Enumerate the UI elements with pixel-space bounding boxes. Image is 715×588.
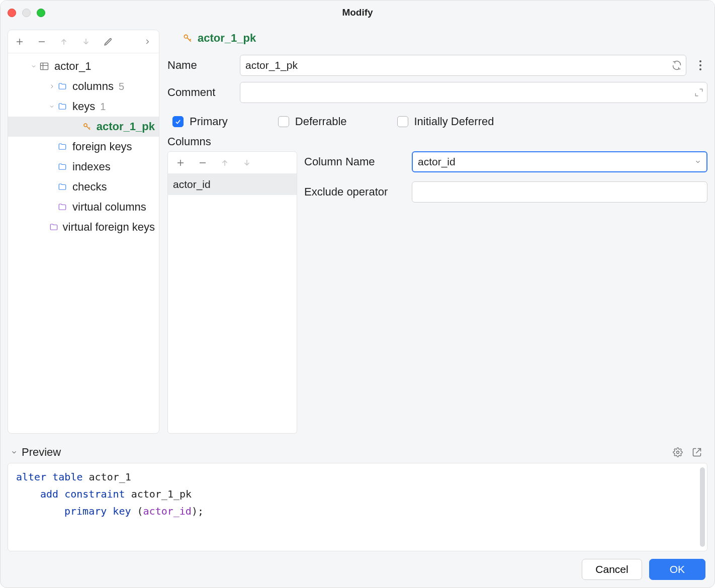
svg-point-11: [184, 35, 188, 38]
folder-icon: [56, 142, 68, 151]
column-list-item-label: actor_id: [173, 178, 211, 190]
detail-header-name: actor_1_pk: [198, 32, 256, 45]
tree-node-table[interactable]: actor_1: [8, 56, 159, 76]
deferrable-label: Deferrable: [295, 115, 347, 128]
tree-node-foreign-keys[interactable]: foreign keys: [8, 137, 159, 157]
expand-toolbar-button[interactable]: [140, 34, 155, 49]
sql-keyword: alter: [16, 471, 46, 483]
tree-node-label: columns: [72, 80, 114, 93]
chevron-down-icon: [29, 62, 38, 71]
svg-rect-5: [41, 63, 48, 69]
tree-node-columns[interactable]: columns 5: [8, 76, 159, 96]
preview-title: Preview: [22, 446, 61, 459]
tree-node-virtual-foreign-keys[interactable]: virtual foreign keys: [8, 217, 159, 237]
tree-node-label: keys: [72, 100, 95, 113]
initially-deferred-checkbox[interactable]: Initially Deferred: [397, 115, 494, 128]
column-name-select[interactable]: actor_id: [412, 151, 707, 172]
primary-label: Primary: [190, 115, 228, 128]
exclude-operator-row: Exclude operator: [304, 181, 707, 203]
tree-node-label: virtual foreign keys: [63, 221, 155, 234]
svg-point-15: [699, 64, 701, 66]
sql-identifier: actor_1_pk: [131, 488, 192, 500]
cancel-button[interactable]: Cancel: [582, 559, 642, 580]
ok-button[interactable]: OK: [649, 559, 705, 580]
svg-point-16: [699, 68, 701, 70]
comment-row: Comment: [167, 79, 707, 106]
tree-node-label: indexes: [72, 160, 111, 173]
exclude-operator-label: Exclude operator: [304, 185, 405, 199]
folder-icon: [56, 182, 68, 191]
sql-keyword: primary: [64, 505, 107, 517]
columns-list-toolbar: [168, 152, 297, 174]
checkbox-icon: [278, 116, 289, 127]
modify-dialog: Modify: [0, 0, 715, 588]
folder-icon: [56, 203, 68, 212]
tree-node-count: 5: [119, 81, 124, 92]
rename-suggest-icon[interactable]: [671, 60, 682, 71]
window-title: Modify: [1, 7, 714, 18]
column-down-button[interactable]: [239, 155, 254, 170]
name-label: Name: [167, 59, 233, 72]
preview-header[interactable]: Preview: [8, 442, 707, 463]
primary-checkbox[interactable]: Primary: [172, 115, 228, 128]
column-name-row: Column Name actor_id: [304, 151, 707, 172]
initially-deferred-label: Initially Deferred: [414, 115, 494, 128]
move-up-button[interactable]: [56, 34, 71, 49]
svg-point-14: [699, 60, 701, 62]
comment-input[interactable]: [240, 82, 707, 103]
sql-keyword: table: [52, 471, 82, 483]
tree-node-virtual-columns[interactable]: virtual columns: [8, 197, 159, 217]
svg-point-8: [84, 124, 87, 127]
tree-node-keys[interactable]: keys 1: [8, 96, 159, 117]
settings-icon[interactable]: [670, 445, 685, 460]
svg-point-22: [677, 451, 679, 454]
tree-node-key-item[interactable]: actor_1_pk: [8, 117, 159, 137]
svg-line-10: [89, 128, 90, 129]
exclude-operator-input[interactable]: [412, 181, 707, 203]
sql-column: actor_id: [143, 505, 192, 517]
tree-node-checks[interactable]: checks: [8, 177, 159, 197]
sql-keyword: add: [40, 488, 58, 500]
key-icon: [183, 33, 193, 43]
chevron-down-icon: [694, 158, 701, 165]
more-actions-button[interactable]: [693, 56, 707, 74]
name-input[interactable]: [240, 55, 686, 76]
tree-node-label: foreign keys: [72, 140, 132, 153]
preview-section: Preview alter table actor_1 add constra: [8, 442, 707, 551]
detail-panel: actor_1_pk Name Comment: [167, 30, 707, 434]
chevron-right-icon: [47, 82, 56, 91]
tree-toolbar: [8, 30, 159, 53]
edit-button[interactable]: [101, 34, 116, 49]
sql-keyword: key: [113, 505, 131, 517]
open-external-icon[interactable]: [689, 445, 704, 460]
folder-icon: [56, 102, 68, 111]
table-icon: [38, 61, 50, 71]
detail-header: actor_1_pk: [167, 30, 707, 52]
titlebar: Modify: [1, 1, 714, 25]
column-up-button[interactable]: [217, 155, 232, 170]
column-list-item[interactable]: actor_id: [168, 174, 297, 195]
remove-column-button[interactable]: [195, 155, 210, 170]
expand-icon[interactable]: [694, 88, 703, 97]
sql-preview[interactable]: alter table actor_1 add constraint actor…: [8, 463, 707, 551]
folder-icon: [56, 82, 68, 91]
columns-list: actor_id: [167, 151, 297, 434]
tree-node-label: virtual columns: [72, 201, 146, 214]
tree-node-indexes[interactable]: indexes: [8, 157, 159, 177]
folder-icon: [56, 162, 68, 171]
schema-tree[interactable]: actor_1 columns 5: [8, 53, 159, 433]
scrollbar[interactable]: [700, 467, 705, 547]
comment-label: Comment: [167, 86, 233, 99]
add-column-button[interactable]: [173, 155, 188, 170]
checkbox-icon: [172, 116, 184, 127]
remove-button[interactable]: [34, 34, 49, 49]
tree-node-count: 1: [100, 101, 106, 113]
move-down-button[interactable]: [78, 34, 94, 49]
column-props: Column Name actor_id Exclude operator: [304, 133, 707, 434]
deferrable-checkbox[interactable]: Deferrable: [278, 115, 347, 128]
tree-panel: actor_1 columns 5: [8, 30, 159, 434]
column-name-label: Column Name: [304, 155, 405, 168]
add-button[interactable]: [12, 34, 27, 49]
key-icon: [81, 122, 93, 131]
sql-keyword: constraint: [64, 488, 125, 500]
